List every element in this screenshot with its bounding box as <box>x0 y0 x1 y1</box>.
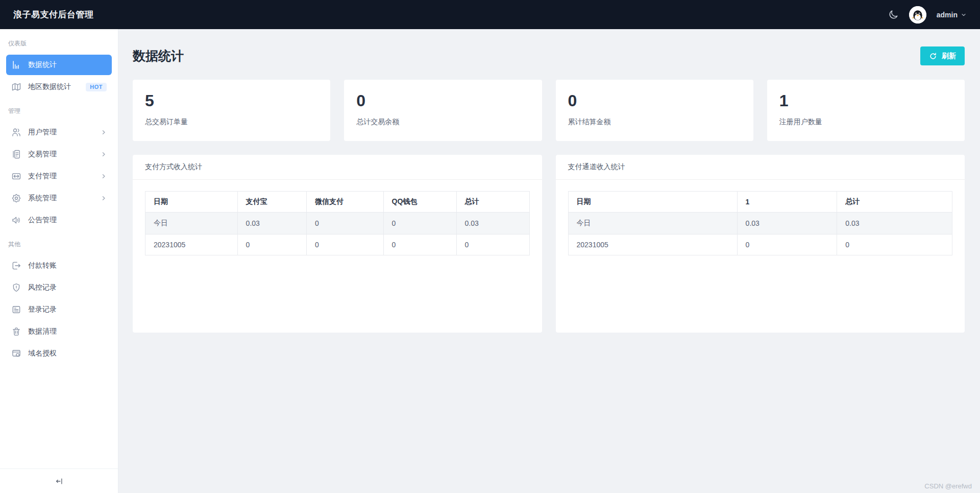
sidebar-item-label: 交易管理 <box>28 150 57 159</box>
sidebar: 仪表版 数据统计 地区数据统计 HOT 管理 用户管理 <box>0 29 118 493</box>
sidebar-item-label: 支付管理 <box>28 172 57 181</box>
sidebar-item-domain-authorization[interactable]: 域名授权 <box>6 343 112 364</box>
shield-alert-icon <box>11 283 21 293</box>
sidebar-item-label: 数据统计 <box>28 60 57 69</box>
bar-chart-icon <box>11 60 21 70</box>
chevron-right-icon <box>101 129 107 135</box>
payment-channel-income-table: 日期 1 总计 今日 0.03 0.03 20231005 <box>568 191 953 255</box>
stat-card-total-orders: 5 总交易订单量 <box>133 80 330 141</box>
column-header: 1 <box>737 192 837 213</box>
table-cell: 0 <box>307 213 384 234</box>
column-header: QQ钱包 <box>383 192 456 213</box>
stat-cards-row: 5 总交易订单量 0 总计交易余额 0 累计结算金额 1 注册用户数量 <box>133 80 965 141</box>
sidebar-item-data-cleanup[interactable]: 数据清理 <box>6 321 112 342</box>
chevron-down-icon <box>961 12 967 18</box>
sidebar-item-user-management[interactable]: 用户管理 <box>6 122 112 143</box>
page-title: 数据统计 <box>133 48 184 64</box>
table-cell: 0 <box>456 234 529 255</box>
sidebar-item-transaction-management[interactable]: 交易管理 <box>6 144 112 165</box>
panel-title: 支付通道收入统计 <box>556 155 965 180</box>
table-cell: 20231005 <box>145 234 238 255</box>
table-cell: 今日 <box>568 213 737 234</box>
stat-card-registered-users: 1 注册用户数量 <box>767 80 965 141</box>
payment-method-income-table: 日期 支付宝 微信支付 QQ钱包 总计 今日 0.03 0 0 <box>145 191 530 255</box>
stat-value: 1 <box>779 92 952 110</box>
watermark: CSDN @erefwd <box>924 482 972 490</box>
table-row: 今日 0.03 0 0 0.03 <box>145 213 530 234</box>
panel-payment-channel-income: 支付通道收入统计 日期 1 总计 今日 0.03 <box>556 155 965 333</box>
map-icon <box>11 82 21 92</box>
table-row: 20231005 0 0 <box>568 234 952 255</box>
table-row: 20231005 0 0 0 0 <box>145 234 530 255</box>
stat-label: 注册用户数量 <box>779 118 952 127</box>
section-label-other: 其他 <box>0 232 118 254</box>
table-cell: 0 <box>737 234 837 255</box>
table-cell: 0.03 <box>837 213 952 234</box>
sidebar-item-label: 付款转账 <box>28 261 57 270</box>
chevron-right-icon <box>101 151 107 157</box>
table-cell: 20231005 <box>568 234 737 255</box>
stat-card-settled-amount: 0 累计结算金额 <box>556 80 753 141</box>
sidebar-item-label: 用户管理 <box>28 128 57 137</box>
collapse-sidebar-icon[interactable] <box>55 477 64 486</box>
user-menu[interactable]: admin <box>937 11 967 19</box>
section-label-dashboard: 仪表版 <box>0 31 118 53</box>
transfer-icon <box>11 171 21 181</box>
stat-value: 0 <box>356 92 529 110</box>
chevron-right-icon <box>101 173 107 179</box>
sidebar-item-announcement-management[interactable]: 公告管理 <box>6 210 112 230</box>
main-content: 数据统计 刷新 5 总交易订单量 0 总计交易余额 0 累计结算金额 1 注册用… <box>118 29 980 493</box>
table-header-row: 日期 支付宝 微信支付 QQ钱包 总计 <box>145 192 530 213</box>
sidebar-item-risk-records[interactable]: 风控记录 <box>6 277 112 298</box>
sidebar-item-label: 风控记录 <box>28 283 57 292</box>
avatar[interactable] <box>909 6 926 24</box>
sidebar-item-label: 登录记录 <box>28 305 57 314</box>
hot-badge: HOT <box>86 83 107 91</box>
table-cell: 0 <box>383 234 456 255</box>
column-header: 总计 <box>837 192 952 213</box>
sidebar-item-data-stats[interactable]: 数据统计 <box>6 55 112 75</box>
refresh-button[interactable]: 刷新 <box>920 46 965 65</box>
table-header-row: 日期 1 总计 <box>568 192 952 213</box>
table-row: 今日 0.03 0.03 <box>568 213 952 234</box>
stat-label: 总交易订单量 <box>145 118 318 127</box>
moon-icon[interactable] <box>888 9 899 20</box>
user-name: admin <box>937 11 958 19</box>
top-bar: 浪子易支付后台管理 admin <box>0 0 980 29</box>
refresh-button-label: 刷新 <box>942 52 956 61</box>
sidebar-item-payment-management[interactable]: 支付管理 <box>6 166 112 186</box>
sidebar-item-system-management[interactable]: 系统管理 <box>6 188 112 208</box>
app-title: 浪子易支付后台管理 <box>13 9 94 20</box>
table-cell: 0.03 <box>456 213 529 234</box>
stat-label: 累计结算金额 <box>568 118 741 127</box>
panels-row: 支付方式收入统计 日期 支付宝 微信支付 QQ钱包 总计 <box>133 155 965 333</box>
column-header: 总计 <box>456 192 529 213</box>
log-card-icon <box>11 304 21 315</box>
sidebar-item-label: 公告管理 <box>28 216 57 225</box>
column-header: 微信支付 <box>307 192 384 213</box>
sidebar-item-region-stats[interactable]: 地区数据统计 HOT <box>6 77 112 97</box>
document-icon <box>11 149 21 159</box>
users-icon <box>11 127 21 137</box>
section-label-management: 管理 <box>0 99 118 121</box>
table-cell: 0.03 <box>737 213 837 234</box>
table-cell: 0 <box>237 234 306 255</box>
stat-card-total-balance: 0 总计交易余额 <box>344 80 542 141</box>
chevron-right-icon <box>101 195 107 201</box>
panel-payment-method-income: 支付方式收入统计 日期 支付宝 微信支付 QQ钱包 总计 <box>133 155 542 333</box>
sidebar-item-label: 数据清理 <box>28 327 57 336</box>
column-header: 支付宝 <box>237 192 306 213</box>
sidebar-menu: 仪表版 数据统计 地区数据统计 HOT 管理 用户管理 <box>0 29 118 468</box>
payout-icon <box>11 261 21 271</box>
panel-title: 支付方式收入统计 <box>133 155 542 180</box>
sidebar-item-label: 域名授权 <box>28 349 57 358</box>
table-cell: 今日 <box>145 213 238 234</box>
trash-icon <box>11 326 21 337</box>
gear-icon <box>11 193 21 203</box>
table-cell: 0 <box>307 234 384 255</box>
domain-window-icon <box>11 348 21 359</box>
sidebar-item-login-records[interactable]: 登录记录 <box>6 299 112 320</box>
table-cell: 0.03 <box>237 213 306 234</box>
stat-value: 5 <box>145 92 318 110</box>
sidebar-item-payout-transfer[interactable]: 付款转账 <box>6 255 112 276</box>
